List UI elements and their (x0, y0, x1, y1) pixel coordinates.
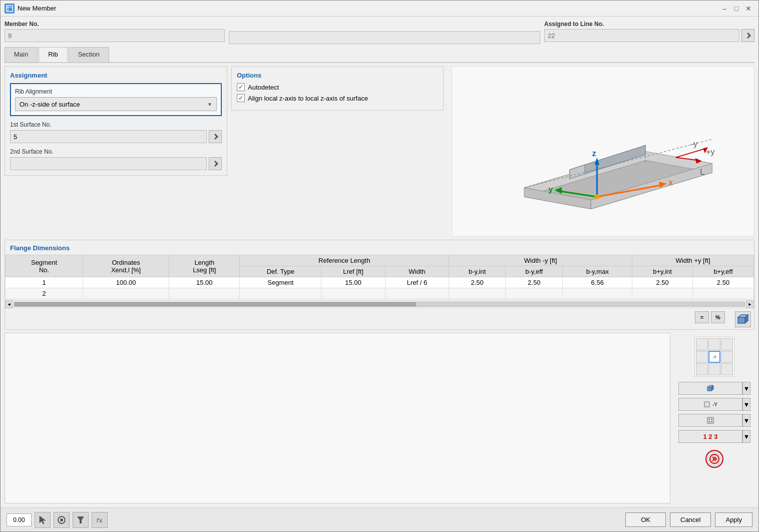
surface1-group: 1st Surface No. (10, 121, 222, 143)
left-panel: Assignment Rib Alignment On -z-side of s… (5, 66, 227, 237)
svg-text:x: x (668, 178, 673, 187)
col-ref-length-group: Reference Length (240, 255, 449, 266)
filter-button[interactable] (73, 512, 89, 528)
cell-len-1: 15.00 (169, 277, 240, 288)
tab-main[interactable]: Main (5, 47, 38, 62)
numbering-button[interactable]: 1 2 3 (678, 430, 742, 443)
reset-button[interactable] (705, 450, 723, 468)
2d-view-dropdown[interactable]: ▼ (742, 414, 750, 427)
grid-cell-tl[interactable] (696, 338, 708, 350)
cell-width-1: Lref / 6 (385, 277, 449, 288)
3d-view-button[interactable] (678, 382, 742, 395)
svg-text:z: z (592, 149, 596, 158)
cursor-icon-button[interactable] (35, 512, 51, 528)
bottom-bar: 0.00 fx OK Cancel Apply (1, 507, 758, 531)
grid-cell-br[interactable] (721, 363, 733, 375)
grid-cell-tr[interactable] (721, 338, 733, 350)
pick-surface2-button[interactable] (209, 157, 222, 170)
grid-cell-bl[interactable] (696, 363, 708, 375)
svg-text:y: y (549, 185, 553, 194)
scroll-thumb[interactable] (15, 302, 416, 306)
neg-y-label: -Y (712, 402, 717, 407)
cancel-button[interactable]: Cancel (670, 512, 711, 527)
col-width-pos-y-group: Width +y [ft] (632, 255, 754, 266)
svg-text:L: L (700, 168, 704, 176)
svg-rect-40 (708, 421, 710, 422)
numbering-btn-row: 1 2 3 ▼ (678, 430, 750, 443)
apply-button[interactable]: Apply (715, 512, 752, 527)
formula-button[interactable]: fx (92, 512, 108, 528)
tab-section[interactable]: Section (69, 47, 109, 62)
col-length: LengthLseg [ft] (169, 255, 240, 277)
cell-deftype-1: Segment (240, 277, 321, 288)
autodetect-row: Autodetect (237, 83, 438, 91)
align-z-label: Align local z-axis to local z-axis of su… (248, 95, 368, 102)
cell-ord-1: 100.00 (83, 277, 169, 288)
assigned-line-input[interactable] (544, 29, 739, 42)
grid-cell-tm[interactable] (708, 338, 720, 350)
pick-line-button[interactable] (741, 29, 754, 42)
tabs-area: Main Rib Section (5, 47, 754, 63)
surface1-label: 1st Surface No. (10, 121, 222, 128)
svg-marker-44 (40, 516, 46, 524)
grid-cell-mr[interactable] (721, 351, 733, 363)
minimize-button[interactable]: – (718, 3, 730, 15)
scroll-left-button[interactable]: ◄ (5, 300, 13, 308)
close-button[interactable]: ✕ (742, 3, 754, 15)
flange-table: SegmentNo. OrdinatesXend,l [%] LengthLse… (5, 255, 754, 299)
assigned-line-group: Assigned to Line No. (544, 21, 754, 44)
equals-button[interactable]: = (695, 311, 709, 323)
2d-view-button[interactable] (678, 414, 742, 427)
main-content: Assignment Rib Alignment On -z-side of s… (5, 66, 754, 237)
surface2-input[interactable] (10, 157, 207, 170)
member-no-input[interactable] (5, 29, 225, 42)
scroll-track (14, 302, 745, 307)
pick-surface1-button[interactable] (209, 130, 222, 143)
flange-title: Flange Dimensions (5, 240, 754, 255)
numbering-dropdown[interactable]: ▼ (742, 430, 750, 443)
cell-bpyint-2 (632, 288, 693, 299)
svg-text:x: x (99, 516, 103, 524)
svg-text:-y: -y (691, 140, 697, 148)
grid-cell-ml[interactable] (696, 351, 708, 363)
col-b-y-eff: b-y,eff (506, 266, 563, 277)
3d-icon-button[interactable] (735, 311, 751, 327)
rib-alignment-dropdown[interactable]: On -z-side of surface ▼ (15, 97, 217, 111)
table-footer: = % (5, 309, 754, 329)
cell-seg-2: 2 (6, 288, 83, 299)
autodetect-checkbox[interactable] (237, 83, 245, 91)
maximize-button[interactable]: □ (730, 3, 742, 15)
window-icon (5, 4, 15, 14)
lower-left-panel (5, 333, 670, 503)
view-mode-button[interactable] (54, 512, 70, 528)
tab-rib[interactable]: Rib (39, 47, 68, 62)
percent-button[interactable]: % (711, 311, 725, 323)
surface1-input[interactable] (10, 130, 207, 143)
align-z-checkbox[interactable] (237, 94, 245, 102)
rib-alignment-label: Rib Alignment (15, 88, 217, 95)
3d-view-btn-row: ▼ (678, 382, 750, 395)
col-b-y-max: b-y,max (563, 266, 632, 277)
flange-section: Flange Dimensions SegmentNo. OrdinatesXe… (5, 240, 754, 330)
table-container[interactable]: SegmentNo. OrdinatesXend,l [%] LengthLse… (5, 255, 754, 299)
2d-view-btn-row: ▼ (678, 414, 750, 427)
cell-seg-1: 1 (6, 277, 83, 288)
ok-button[interactable]: OK (625, 512, 666, 527)
align-z-row: Align local z-axis to local z-axis of su… (237, 94, 438, 102)
main-window: New Member – □ ✕ Member No. Assigned to … (0, 0, 759, 532)
member-no-label: Member No. (5, 21, 225, 28)
scroll-right-button[interactable]: ► (746, 300, 754, 308)
3d-view-dropdown[interactable]: ▼ (742, 382, 750, 395)
member-no-group: Member No. (5, 21, 225, 44)
neg-y-view-button[interactable]: -Y (678, 398, 742, 411)
visualization-area: z x y -y +y (452, 66, 754, 237)
neg-y-dropdown[interactable]: ▼ (742, 398, 750, 411)
svg-point-21 (595, 194, 600, 199)
numbering-label: 1 2 3 (703, 433, 718, 440)
grid-cell-bm[interactable] (708, 363, 720, 375)
tab-bar: Main Rib Section (5, 47, 754, 63)
lower-right-panel: -Y ▼ -Y (674, 333, 754, 503)
middle-spacer (229, 21, 540, 44)
horizontal-scrollbar[interactable]: ◄ ► (5, 300, 754, 308)
grid-cell-mm[interactable]: -Y (708, 351, 720, 363)
